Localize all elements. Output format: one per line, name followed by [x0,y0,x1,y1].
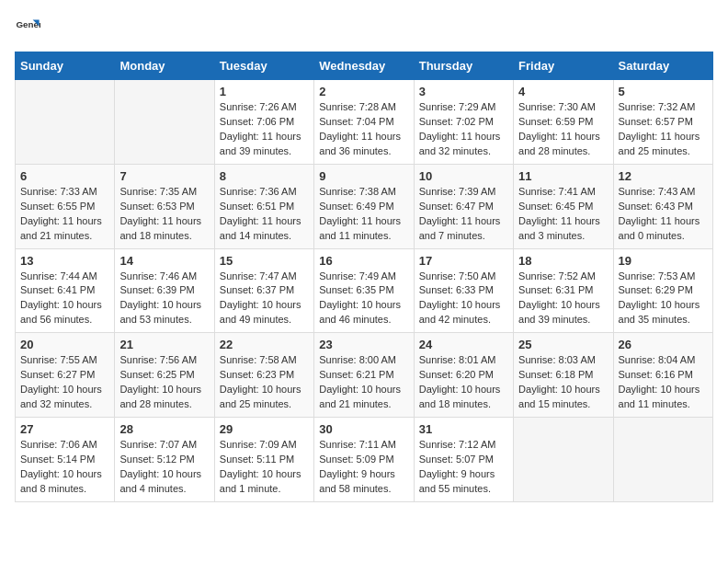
day-number: 15 [220,254,309,268]
day-info: Sunrise: 7:47 AMSunset: 6:37 PMDaylight:… [220,270,309,328]
day-number: 4 [518,85,608,98]
day-info: Sunrise: 7:06 AMSunset: 5:14 PMDaylight:… [20,438,109,497]
day-header-monday: Monday [115,52,214,80]
calendar-cell: 11Sunrise: 7:41 AMSunset: 6:45 PMDayligh… [514,164,613,248]
calendar-cell: 24Sunrise: 8:01 AMSunset: 6:20 PMDayligh… [414,333,513,418]
day-info: Sunrise: 8:01 AMSunset: 6:20 PMDaylight:… [419,353,508,412]
week-row-5: 27Sunrise: 7:06 AMSunset: 5:14 PMDayligh… [16,418,713,502]
calendar-header-row: SundayMondayTuesdayWednesdayThursdayFrid… [16,52,713,80]
day-number: 22 [220,338,309,351]
day-info: Sunrise: 7:09 AMSunset: 5:11 PMDaylight:… [220,438,309,497]
day-number: 24 [419,338,508,351]
calendar-cell: 28Sunrise: 7:07 AMSunset: 5:12 PMDayligh… [115,418,214,502]
day-number: 11 [518,169,608,183]
day-header-friday: Friday [514,52,613,80]
day-info: Sunrise: 7:56 AMSunset: 6:25 PMDaylight:… [119,353,209,412]
day-number: 28 [119,422,209,436]
day-number: 18 [518,254,608,268]
calendar-cell: 27Sunrise: 7:06 AMSunset: 5:14 PMDayligh… [16,418,115,502]
week-row-4: 20Sunrise: 7:55 AMSunset: 6:27 PMDayligh… [16,333,713,418]
week-row-3: 13Sunrise: 7:44 AMSunset: 6:41 PMDayligh… [16,248,713,333]
calendar-cell: 18Sunrise: 7:52 AMSunset: 6:31 PMDayligh… [514,248,613,333]
calendar-cell: 12Sunrise: 7:43 AMSunset: 6:43 PMDayligh… [613,164,712,248]
day-info: Sunrise: 7:44 AMSunset: 6:41 PMDaylight:… [20,270,109,328]
week-row-2: 6Sunrise: 7:33 AMSunset: 6:55 PMDaylight… [16,164,713,248]
calendar-cell: 1Sunrise: 7:26 AMSunset: 7:06 PMDaylight… [214,80,313,165]
calendar-cell: 3Sunrise: 7:29 AMSunset: 7:02 PMDaylight… [414,80,513,165]
calendar-cell: 2Sunrise: 7:28 AMSunset: 7:04 PMDaylight… [314,80,414,165]
day-number: 31 [419,422,508,436]
day-number: 25 [518,338,608,351]
calendar-cell: 4Sunrise: 7:30 AMSunset: 6:59 PMDaylight… [514,80,613,165]
day-info: Sunrise: 7:30 AMSunset: 6:59 PMDaylight:… [518,100,608,159]
calendar-cell: 20Sunrise: 7:55 AMSunset: 6:27 PMDayligh… [16,333,115,418]
calendar-cell: 30Sunrise: 7:11 AMSunset: 5:09 PMDayligh… [314,418,414,502]
calendar-cell: 29Sunrise: 7:09 AMSunset: 5:11 PMDayligh… [214,418,313,502]
day-header-saturday: Saturday [613,52,712,80]
day-number: 10 [419,169,508,183]
day-number: 19 [619,254,708,268]
day-info: Sunrise: 7:58 AMSunset: 6:23 PMDaylight:… [220,353,309,412]
day-info: Sunrise: 7:50 AMSunset: 6:33 PMDaylight:… [419,270,508,328]
day-info: Sunrise: 7:35 AMSunset: 6:53 PMDaylight:… [119,185,209,244]
day-number: 27 [20,422,109,436]
day-number: 7 [119,169,209,183]
calendar-cell [115,80,214,165]
day-info: Sunrise: 7:53 AMSunset: 6:29 PMDaylight:… [619,270,708,328]
day-info: Sunrise: 7:29 AMSunset: 7:02 PMDaylight:… [419,100,508,159]
calendar-cell: 19Sunrise: 7:53 AMSunset: 6:29 PMDayligh… [613,248,712,333]
day-info: Sunrise: 7:52 AMSunset: 6:31 PMDaylight:… [518,270,608,328]
calendar-cell: 13Sunrise: 7:44 AMSunset: 6:41 PMDayligh… [16,248,115,333]
day-info: Sunrise: 7:07 AMSunset: 5:12 PMDaylight:… [119,438,209,497]
day-info: Sunrise: 8:00 AMSunset: 6:21 PMDaylight:… [319,353,408,412]
logo: General [15,15,44,40]
day-header-wednesday: Wednesday [314,52,414,80]
day-info: Sunrise: 7:55 AMSunset: 6:27 PMDaylight:… [20,353,109,412]
day-info: Sunrise: 8:03 AMSunset: 6:18 PMDaylight:… [518,353,608,412]
day-info: Sunrise: 7:32 AMSunset: 6:57 PMDaylight:… [619,100,708,159]
calendar-table: SundayMondayTuesdayWednesdayThursdayFrid… [15,52,713,502]
day-info: Sunrise: 7:39 AMSunset: 6:47 PMDaylight:… [419,185,508,244]
calendar-cell: 9Sunrise: 7:38 AMSunset: 6:49 PMDaylight… [314,164,414,248]
day-info: Sunrise: 7:46 AMSunset: 6:39 PMDaylight:… [119,270,209,328]
calendar-cell: 26Sunrise: 8:04 AMSunset: 6:16 PMDayligh… [613,333,712,418]
calendar-cell: 10Sunrise: 7:39 AMSunset: 6:47 PMDayligh… [414,164,513,248]
day-number: 20 [20,338,109,351]
calendar-cell [613,418,712,502]
day-number: 21 [119,338,209,351]
calendar-cell: 21Sunrise: 7:56 AMSunset: 6:25 PMDayligh… [115,333,214,418]
day-info: Sunrise: 7:12 AMSunset: 5:07 PMDaylight:… [419,438,508,497]
day-info: Sunrise: 7:28 AMSunset: 7:04 PMDaylight:… [319,100,408,159]
day-number: 8 [220,169,309,183]
day-number: 5 [619,85,708,98]
day-info: Sunrise: 7:43 AMSunset: 6:43 PMDaylight:… [619,185,708,244]
day-info: Sunrise: 7:38 AMSunset: 6:49 PMDaylight:… [319,185,408,244]
calendar-cell: 6Sunrise: 7:33 AMSunset: 6:55 PMDaylight… [16,164,115,248]
calendar-cell: 15Sunrise: 7:47 AMSunset: 6:37 PMDayligh… [214,248,313,333]
calendar-cell: 23Sunrise: 8:00 AMSunset: 6:21 PMDayligh… [314,333,414,418]
day-info: Sunrise: 7:26 AMSunset: 7:06 PMDaylight:… [220,100,309,159]
calendar-cell: 17Sunrise: 7:50 AMSunset: 6:33 PMDayligh… [414,248,513,333]
calendar-cell: 22Sunrise: 7:58 AMSunset: 6:23 PMDayligh… [214,333,313,418]
day-number: 13 [20,254,109,268]
calendar-cell [514,418,613,502]
week-row-1: 1Sunrise: 7:26 AMSunset: 7:06 PMDaylight… [16,80,713,165]
day-info: Sunrise: 7:36 AMSunset: 6:51 PMDaylight:… [220,185,309,244]
day-info: Sunrise: 7:11 AMSunset: 5:09 PMDaylight:… [319,438,408,497]
day-number: 17 [419,254,508,268]
logo-icon: General [15,15,40,40]
day-number: 1 [220,85,309,98]
day-info: Sunrise: 7:41 AMSunset: 6:45 PMDaylight:… [518,185,608,244]
calendar-cell: 31Sunrise: 7:12 AMSunset: 5:07 PMDayligh… [414,418,513,502]
day-number: 9 [319,169,408,183]
calendar-cell: 8Sunrise: 7:36 AMSunset: 6:51 PMDaylight… [214,164,313,248]
calendar-cell: 25Sunrise: 8:03 AMSunset: 6:18 PMDayligh… [514,333,613,418]
day-number: 2 [319,85,408,98]
calendar-cell: 16Sunrise: 7:49 AMSunset: 6:35 PMDayligh… [314,248,414,333]
day-number: 14 [119,254,209,268]
day-number: 30 [319,422,408,436]
calendar-cell [16,80,115,165]
day-info: Sunrise: 8:04 AMSunset: 6:16 PMDaylight:… [619,353,708,412]
header: General [15,15,713,40]
day-header-thursday: Thursday [414,52,513,80]
